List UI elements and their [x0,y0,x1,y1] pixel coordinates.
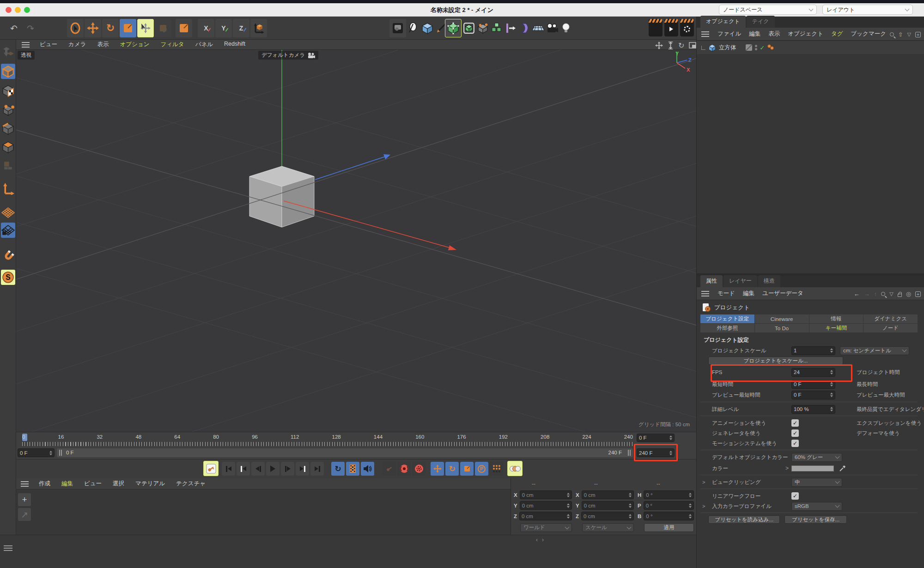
object-menu-item[interactable]: ブックマーク [851,30,886,38]
model-mode-button[interactable] [1,64,15,79]
input-profile-dropdown[interactable]: sRGB [791,502,842,511]
rotate-view-icon[interactable]: ↻ [678,41,684,50]
use-generators-checkbox[interactable]: ✓ [791,429,799,437]
material-menu-item[interactable]: テクスチャ [176,480,206,488]
scroll-left-icon[interactable]: ‹ [536,537,538,543]
stepper-icon[interactable] [49,451,52,455]
stepper-icon[interactable] [689,493,692,497]
generator-cube-button[interactable] [445,19,462,37]
record-rotation-button[interactable]: ↻ [445,462,459,476]
object-manager-empty[interactable] [697,54,924,273]
linear-workflow-checkbox[interactable]: ✓ [791,492,799,500]
make-editable-button[interactable] [1,44,15,60]
rotation-field[interactable]: 0 ° [644,501,694,510]
preview-min-field[interactable]: 0 F [791,391,835,399]
eyedropper-icon[interactable] [839,465,846,472]
manager-tab[interactable]: テイク [747,16,775,28]
add-panel-icon[interactable]: + [915,291,921,297]
viewport-menu-item[interactable]: カメラ [68,41,86,48]
render-settings-button[interactable] [680,19,694,36]
scale-field[interactable]: 0 cm [582,501,634,510]
record-pla-button[interactable] [490,462,503,476]
filter-icon[interactable]: ▽ [907,31,911,37]
stepper-icon[interactable] [689,514,692,519]
camera-label[interactable]: デフォルトカメラ [258,51,318,60]
zoom-view-icon[interactable] [668,42,674,49]
unit-dropdown[interactable]: cm: センチメートル [840,346,909,355]
record-position-button[interactable] [431,462,444,476]
go-to-start-button[interactable] [222,462,235,476]
light-button[interactable] [558,19,574,37]
history-forward-icon[interactable]: → [864,290,870,297]
play-button[interactable] [266,462,280,476]
attribute-menu-item[interactable]: モード [717,290,735,297]
range-start-handle[interactable] [61,450,62,456]
category-tab[interactable]: キー補間 [809,324,863,332]
default-color-dropdown[interactable]: 60% グレー [791,453,842,462]
category-tab[interactable]: 外部参照 [700,324,754,332]
position-field[interactable]: 0 cm [519,512,572,520]
nodespace-dropdown[interactable]: ノードスペース [719,5,817,15]
render-view-clap-button[interactable] [649,19,663,36]
stepper-icon[interactable] [830,407,833,411]
render-view-button[interactable] [389,19,406,37]
polygon-mode-button[interactable] [1,139,15,155]
viewport-menu-item[interactable]: パネル [195,41,213,48]
search-icon[interactable] [881,292,885,296]
stepper-icon[interactable] [567,514,570,519]
range-end-handle[interactable] [630,450,631,456]
attribute-menu-icon[interactable] [701,291,709,292]
render-picture-viewer-button[interactable] [664,19,678,36]
manager-tab[interactable]: オブジェクト [700,16,746,28]
view-label[interactable]: 透視 [18,51,35,60]
save-preset-button[interactable]: プリセットを保存... [784,515,847,524]
object-row-cube[interactable]: 立方体 ✓ [697,41,924,54]
object-menu-icon[interactable] [701,31,709,32]
edge-mode-button[interactable] [1,121,15,136]
timeline-tick-marks[interactable] [22,442,633,446]
record-scale-button[interactable] [460,462,474,476]
object-menu-item[interactable]: 編集 [749,30,760,38]
record-objects-button[interactable] [383,462,396,476]
end-frame-field[interactable]: 240 F [637,448,675,457]
scroll-right-icon[interactable]: › [542,537,544,543]
stepper-icon[interactable] [629,514,632,519]
stepper-icon[interactable] [830,393,833,397]
manager-tab[interactable]: 構造 [758,275,780,287]
redo-button[interactable]: ↷ [22,19,39,37]
rotation-field[interactable]: 0 ° [644,490,694,499]
play-all-frames-button[interactable] [346,462,359,476]
top-level-icon[interactable]: ⇧ [898,31,903,38]
search-icon[interactable] [890,32,894,36]
expand-icon[interactable]: > [785,465,789,471]
object-menu-item[interactable]: タグ [831,30,843,38]
material-menu-item[interactable]: ビュー [84,480,102,488]
visibility-toggles[interactable] [755,44,757,51]
object-menu-item[interactable]: 表示 [768,30,780,38]
material-menu-item[interactable]: マテリアル [135,480,165,488]
current-frame-field[interactable]: 0 F [18,448,55,457]
material-menu-icon[interactable] [21,481,29,482]
filter-icon[interactable]: ▽ [889,291,893,297]
load-preset-button[interactable]: プリセットを読み込み... [708,515,780,524]
previous-key-button[interactable] [237,462,250,476]
apply-button[interactable]: 適用 [644,523,694,532]
lock-icon[interactable] [898,294,902,297]
move-tool-button[interactable] [85,19,101,37]
color-swatch[interactable] [791,465,834,471]
go-to-end-button[interactable] [310,462,324,476]
category-tab[interactable]: Cineware [755,314,809,323]
viewport-menu-item[interactable]: フィルタ [160,41,184,48]
stepper-icon[interactable] [830,382,833,387]
stepper-icon[interactable] [669,435,672,440]
material-menu-item[interactable]: 作成 [39,480,50,488]
coordinate-system-button[interactable] [250,19,267,37]
viewport-menu-item[interactable]: オプション [120,41,149,48]
manager-tab[interactable]: 属性 [700,275,723,287]
layout-dropdown[interactable]: レイアウト [822,5,913,15]
toggle-view-icon[interactable] [689,42,696,48]
add-panel-icon[interactable]: + [915,32,921,37]
point-mode-button[interactable] [1,103,15,118]
enable-check-icon[interactable]: ✓ [760,44,765,51]
category-tab[interactable]: ダイナミクス [863,314,918,323]
